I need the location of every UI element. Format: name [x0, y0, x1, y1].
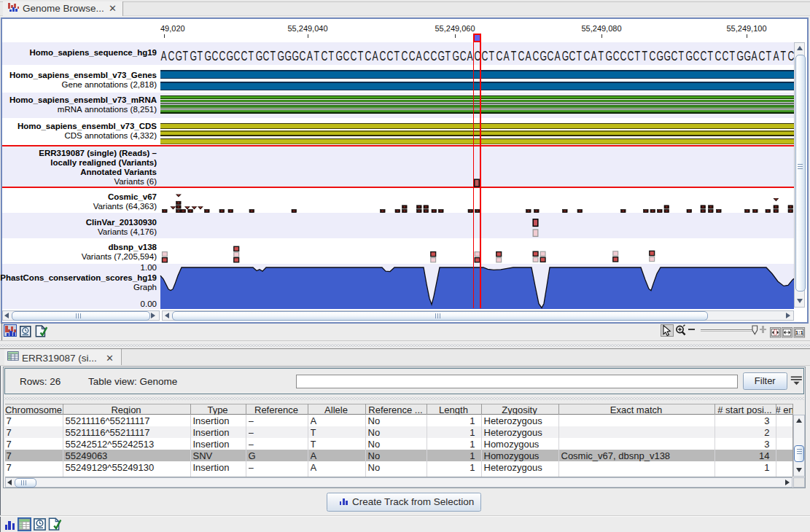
- svg-text:1:1: 1:1: [795, 329, 803, 336]
